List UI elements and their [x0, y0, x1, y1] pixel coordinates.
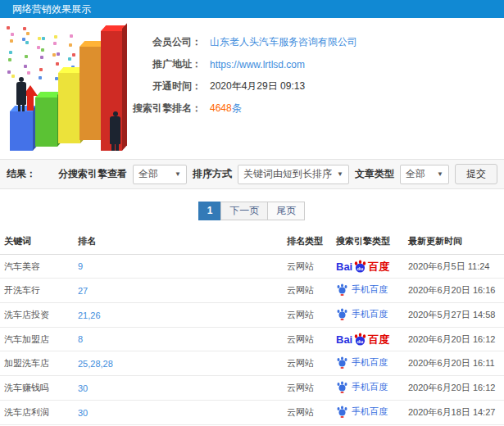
rank-link[interactable]: 30: [74, 376, 283, 401]
member-company-label: 会员公司：: [123, 35, 202, 49]
article-type-label: 文章类型: [355, 167, 394, 181]
engine-cell: 手机百度: [332, 303, 404, 328]
page-number-current[interactable]: 1: [198, 202, 222, 220]
confetti-dot: [41, 48, 44, 52]
confetti-dot: [70, 34, 73, 38]
mobile-baidu-paw-icon: [336, 406, 348, 418]
mobile-baidu-logo-icon: 手机百度: [336, 308, 388, 320]
rank-link[interactable]: 30: [74, 401, 283, 425]
baidu-paw-icon: du: [353, 260, 367, 273]
mobile-baidu-label: 手机百度: [352, 381, 388, 393]
table-row: 洗车赚钱吗30云网站 手机百度2020年6月20日 16:12: [0, 376, 504, 401]
rank-type-cell: 云网站: [283, 279, 332, 303]
svg-text:du: du: [357, 266, 364, 271]
chevron-down-icon: ▼: [175, 170, 181, 178]
rank-link[interactable]: 27: [74, 279, 283, 303]
keyword-cell: 洗车赚钱吗: [0, 376, 74, 401]
promo-url-row: 推广地址： https://www.lrtlsd.com: [123, 53, 500, 75]
rank-type-cell: 云网站: [283, 303, 332, 328]
open-time-label: 开通时间：: [123, 79, 202, 93]
keyword-cell: 洗车店投资: [0, 303, 74, 328]
member-company-link[interactable]: 山东老人头汽车服务咨询有限公司: [210, 35, 357, 49]
engine-rank-unit: 条: [232, 102, 242, 114]
baidu-logo-icon: Bai du 百度: [336, 260, 389, 273]
engine-rank-value: 4648条: [210, 102, 242, 116]
rank-link[interactable]: 8: [74, 328, 283, 351]
account-info-section: 会员公司： 山东老人头汽车服务咨询有限公司 推广地址： https://www.…: [0, 18, 504, 159]
confetti-dot: [25, 41, 29, 44]
mobile-baidu-paw-icon: [336, 308, 348, 320]
illustration-bar: [79, 47, 102, 140]
baidu-paw-icon: du: [353, 333, 367, 346]
page-title-bar: 网络营销效果展示: [0, 0, 504, 18]
mobile-baidu-label: 手机百度: [352, 283, 388, 296]
engine-view-label: 分搜索引擎查看: [58, 167, 127, 181]
col-header-updated: 最新更新时间: [404, 229, 504, 255]
engine-cell: 手机百度: [332, 351, 404, 376]
result-label: 结果：: [7, 167, 36, 181]
mobile-baidu-paw-icon: [336, 283, 348, 296]
rank-link[interactable]: 21,26: [74, 303, 283, 328]
submit-button[interactable]: 提交: [455, 164, 497, 184]
rank-link[interactable]: 9: [74, 255, 283, 279]
confetti-dot: [68, 57, 71, 61]
article-type-select[interactable]: 全部 ▼: [400, 165, 449, 184]
mobile-baidu-logo-icon: 手机百度: [336, 381, 388, 393]
table-row: 洗车店投资21,26云网站 手机百度2020年5月27日 14:58: [0, 303, 504, 328]
keyword-cell: 加盟洗车店: [0, 351, 74, 376]
engine-rank-label: 搜索引擎排名：: [123, 102, 202, 116]
baidu-logo-icon: Bai du 百度: [336, 333, 389, 346]
updated-time-cell: 2020年6月18日 14:27: [404, 401, 504, 425]
updated-time-cell: 2020年5月27日 14:58: [404, 303, 504, 328]
mobile-baidu-label: 手机百度: [352, 356, 388, 369]
open-time-row: 开通时间： 2020年4月29日 09:13: [123, 75, 500, 97]
confetti-dot: [54, 35, 57, 39]
keyword-cell: 洗车店利润: [0, 401, 74, 425]
svg-text:du: du: [357, 339, 364, 344]
confetti-dot: [8, 58, 11, 61]
illustration-bar: [58, 73, 80, 143]
confetti-dot: [23, 27, 26, 30]
engine-cell: 手机百度: [332, 401, 404, 425]
mobile-baidu-label: 手机百度: [352, 308, 388, 320]
confetti-dot: [72, 53, 75, 57]
mobile-baidu-logo-icon: 手机百度: [336, 283, 388, 296]
businessman-figure-right: [110, 111, 120, 151]
keyword-cell: 汽车美容: [0, 255, 74, 279]
updated-time-cell: 2020年6月20日 16:12: [404, 328, 504, 351]
account-info-list: 会员公司： 山东老人头汽车服务咨询有限公司 推广地址： https://www.…: [123, 31, 500, 120]
confetti-dot: [27, 71, 30, 75]
table-row: 汽车加盟店8云网站 Bai du 百度2020年6月20日 16:12: [0, 328, 504, 351]
rank-link[interactable]: 25,28,28: [74, 351, 283, 376]
col-header-ranktype: 排名类型: [283, 229, 332, 255]
promo-url-label: 推广地址：: [123, 57, 202, 71]
engine-view-select[interactable]: 全部 ▼: [133, 165, 187, 184]
updated-time-cell: 2020年6月20日 16:12: [404, 376, 504, 401]
last-page-button[interactable]: 尾页: [267, 202, 305, 220]
next-page-button[interactable]: 下一页: [220, 202, 268, 220]
rank-type-cell: 云网站: [283, 328, 332, 351]
mobile-baidu-label: 手机百度: [352, 406, 388, 418]
engine-rank-row: 搜索引擎排名： 4648条: [123, 97, 500, 120]
updated-time-cell: 2020年6月20日 16:16: [404, 279, 504, 303]
sort-mode-select[interactable]: 关键词由短到长排序 ▼: [238, 165, 349, 184]
page-title: 网络营销效果展示: [12, 3, 91, 15]
mobile-baidu-paw-icon: [336, 356, 348, 369]
illustration-bar: [35, 97, 57, 147]
mobile-baidu-logo-icon: 手机百度: [336, 356, 388, 369]
confetti-dot: [9, 51, 12, 54]
confetti-dot: [7, 26, 10, 29]
keyword-cell: 汽车加盟店: [0, 328, 74, 351]
rank-type-cell: 云网站: [283, 255, 332, 279]
member-company-row: 会员公司： 山东老人头汽车服务咨询有限公司: [123, 31, 500, 53]
businessman-figure-left: [16, 77, 26, 111]
engine-cell: 手机百度: [332, 376, 404, 401]
confetti-dot: [38, 37, 41, 40]
rank-type-cell: 云网站: [283, 401, 332, 425]
table-row: 汽车美容9云网站 Bai du 百度2020年6月5日 11:24: [0, 255, 504, 279]
open-time-value: 2020年4月29日 09:13: [210, 79, 305, 93]
rank-type-cell: 云网站: [283, 351, 332, 376]
mobile-baidu-paw-icon: [336, 381, 348, 393]
confetti-dot: [39, 76, 42, 79]
promo-url-link[interactable]: https://www.lrtlsd.com: [210, 59, 305, 70]
